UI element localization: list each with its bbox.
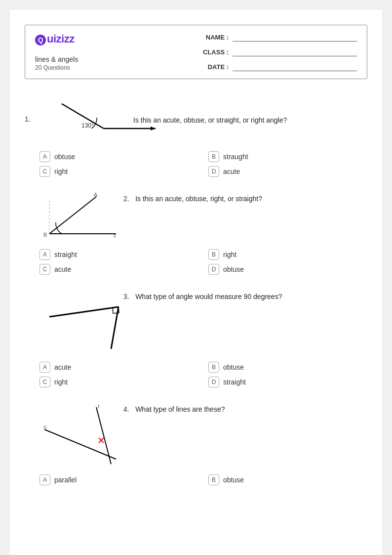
- answer-3c-text: right: [54, 378, 68, 386]
- logo: Quizizz: [35, 33, 78, 45]
- answer-2d-text: obtuse: [223, 265, 244, 273]
- answer-3a[interactable]: A acute: [39, 362, 198, 373]
- worksheet-subtitle: 20 Questions: [35, 64, 78, 71]
- date-row: DATE :: [199, 62, 357, 71]
- question-1-number: 1.: [25, 115, 35, 123]
- logo-icon: Q: [35, 35, 46, 45]
- question-3-image: [39, 290, 118, 356]
- answer-3c[interactable]: C right: [39, 377, 198, 387]
- intersecting-lines-svg: t u: [39, 402, 118, 467]
- answer-3d[interactable]: D straight: [208, 377, 367, 387]
- header-left: Quizizz lines & angels 20 Questions: [35, 33, 78, 71]
- question-4-text: What type of lines are these?: [135, 404, 225, 413]
- answer-1d[interactable]: D acute: [208, 166, 367, 177]
- name-label: NAME :: [199, 34, 229, 41]
- svg-line-13: [96, 407, 111, 464]
- date-label: DATE :: [199, 63, 229, 71]
- answer-2a-text: straight: [54, 251, 77, 258]
- answer-4b[interactable]: B obtuse: [208, 474, 367, 485]
- header-right: NAME : CLASS : DATE :: [199, 33, 357, 71]
- name-row: NAME :: [199, 33, 357, 42]
- answer-2a[interactable]: A straight: [39, 249, 198, 260]
- class-row: CLASS :: [199, 47, 357, 56]
- question-2-answers: A straight B right C acute D obtuse: [39, 249, 367, 275]
- question-2-image: B A c: [39, 192, 118, 243]
- question-1-text: Is this an acute, obtuse, or straight, o…: [133, 115, 287, 124]
- question-2-number-inline: 2.: [123, 195, 129, 203]
- answer-2d[interactable]: D obtuse: [208, 264, 367, 275]
- svg-text:130°: 130°: [81, 122, 94, 129]
- class-input[interactable]: [233, 47, 357, 56]
- answer-1d-label: D: [208, 166, 219, 177]
- question-2: B A c 2. Is this an acute, obtuse, right…: [25, 192, 367, 275]
- question-4-number-inline: 4.: [123, 405, 129, 413]
- answer-3b[interactable]: B obtuse: [208, 362, 367, 373]
- angle-acute-svg: B A c: [39, 192, 118, 241]
- question-1-answers: A obtuse B straught C right D acute: [39, 151, 367, 177]
- question-4: t u 4. What type of lines are these? A p…: [25, 402, 367, 485]
- svg-text:A: A: [94, 192, 98, 198]
- answer-1a-text: obtuse: [54, 153, 75, 161]
- svg-line-15: [44, 429, 116, 459]
- answer-3b-text: obtuse: [223, 363, 244, 371]
- answer-2c-text: acute: [54, 265, 71, 273]
- angle-obtuse-svg: 130°: [39, 94, 118, 143]
- svg-marker-2: [151, 127, 156, 130]
- question-1-image: 130°: [39, 94, 118, 145]
- question-1: 130° 1. Is this an acute, obtuse, or str…: [25, 94, 367, 177]
- answer-1c[interactable]: C right: [39, 166, 198, 177]
- answer-2b[interactable]: B right: [208, 249, 367, 260]
- name-input[interactable]: [233, 33, 357, 42]
- answer-1c-label: C: [39, 166, 50, 177]
- question-3-text: What type of angle would measure 90 degr…: [135, 292, 282, 300]
- answer-1b-text: straught: [223, 153, 248, 161]
- answer-2c[interactable]: C acute: [39, 264, 198, 275]
- answer-4a-text: parallel: [54, 476, 77, 484]
- class-label: CLASS :: [199, 48, 229, 56]
- question-3-number-inline: 3.: [123, 293, 129, 300]
- answer-1a[interactable]: A obtuse: [39, 151, 198, 162]
- answer-4b-text: obtuse: [223, 476, 244, 484]
- svg-text:t: t: [98, 403, 100, 409]
- right-angle-svg: [39, 290, 118, 354]
- svg-line-5: [49, 197, 96, 234]
- answer-1d-text: acute: [223, 168, 240, 175]
- svg-text:B: B: [43, 232, 47, 238]
- answer-1b-label: B: [208, 151, 219, 162]
- answer-3a-text: acute: [54, 363, 71, 371]
- svg-line-10: [49, 307, 118, 317]
- question-2-text: Is this an acute, obtuse, right, or stra…: [135, 194, 262, 203]
- answer-4a[interactable]: A parallel: [39, 474, 198, 485]
- question-4-image: t u: [39, 402, 118, 469]
- answer-2b-text: right: [223, 251, 236, 258]
- answer-1b[interactable]: B straught: [208, 151, 367, 162]
- page: Quizizz lines & angels 20 Questions NAME…: [10, 10, 382, 555]
- question-3: 3. What type of angle would measure 90 d…: [25, 290, 367, 387]
- answer-1c-text: right: [54, 168, 68, 175]
- header: Quizizz lines & angels 20 Questions NAME…: [25, 25, 367, 79]
- question-3-answers: A acute B obtuse C right D straight: [39, 362, 367, 387]
- svg-text:c: c: [114, 232, 117, 238]
- question-4-answers: A parallel B obtuse: [39, 474, 367, 485]
- answer-1a-label: A: [39, 151, 50, 162]
- date-input[interactable]: [233, 62, 357, 71]
- answer-3d-text: straight: [223, 378, 246, 386]
- worksheet-title: lines & angels: [35, 55, 78, 63]
- svg-text:u: u: [43, 424, 46, 429]
